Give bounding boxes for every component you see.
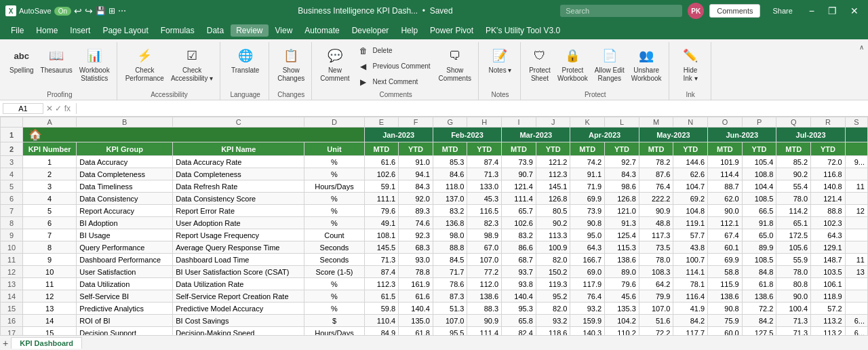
menu-formulas[interactable]: Formulas bbox=[155, 24, 200, 37]
r3-d3[interactable]: 87.4 bbox=[467, 156, 502, 168]
cell-reference-input[interactable] bbox=[3, 103, 43, 114]
notes-button[interactable]: 📝 Notes ▾ bbox=[486, 43, 515, 76]
ribbon-expand-button[interactable]: ∧ bbox=[858, 42, 865, 100]
r3-d10[interactable]: 101.9 bbox=[708, 156, 743, 168]
protect-workbook-button[interactable]: 🔒 ProtectWorkbook bbox=[555, 43, 591, 84]
thesaurus-button[interactable]: 📖 Thesaurus bbox=[38, 43, 75, 76]
ribbon-group-changes: 📋 ShowChanges Changes bbox=[271, 42, 312, 100]
menu-page-layout[interactable]: Page Layout bbox=[97, 24, 153, 37]
menu-home[interactable]: Home bbox=[31, 24, 63, 37]
row-4-num: 4 bbox=[1, 168, 23, 180]
row-8: 8 6 BI Adoption User Adoption Rate % 49.… bbox=[1, 217, 868, 229]
toolbar-more[interactable]: ⋯ bbox=[118, 6, 126, 16]
show-comments-button[interactable]: 🗨 ShowComments bbox=[436, 43, 474, 84]
menu-review[interactable]: Review bbox=[231, 24, 268, 37]
formula-bar: ✕ ✓ fx bbox=[0, 100, 868, 117]
workbook-statistics-icon: 📊 bbox=[83, 45, 105, 66]
minimize-button[interactable]: − bbox=[805, 4, 818, 18]
delete-comment-button[interactable]: 🗑 Delete bbox=[354, 43, 435, 58]
r3-d13[interactable]: 72.0 bbox=[811, 156, 846, 168]
allow-edit-ranges-button[interactable]: 📄 Allow EditRanges bbox=[592, 43, 627, 84]
r3-d9[interactable]: 144.6 bbox=[673, 156, 708, 168]
col-may-mtd: MTD bbox=[639, 142, 673, 156]
month-apr: Apr-2023 bbox=[570, 128, 639, 142]
menu-insert[interactable]: Insert bbox=[64, 24, 96, 37]
r3-d1[interactable]: 91.0 bbox=[399, 156, 433, 168]
next-comment-button[interactable]: ▶ Next Comment bbox=[354, 75, 435, 90]
sheet-tab-kpi[interactable]: KPI Dashboard bbox=[11, 337, 82, 349]
toolbar-table[interactable]: ⊞ bbox=[108, 6, 115, 16]
r3-d6[interactable]: 74.2 bbox=[570, 156, 605, 168]
autosave-toggle[interactable]: On bbox=[54, 7, 71, 16]
r3-d14[interactable]: 9... bbox=[845, 156, 867, 168]
r3-kpi-group[interactable]: Data Accuracy bbox=[77, 156, 173, 168]
row-6: 6 4 Data Consistency Data Consistency Sc… bbox=[1, 193, 868, 205]
r3-d8[interactable]: 78.2 bbox=[639, 156, 673, 168]
r3-d11[interactable]: 105.4 bbox=[742, 156, 776, 168]
r4-kpi-group[interactable]: Data Completeness bbox=[77, 168, 173, 180]
toolbar-undo[interactable]: ↩ bbox=[74, 5, 82, 16]
add-sheet-button[interactable]: + bbox=[3, 338, 8, 349]
comment-small-btns: 🗑 Delete ◀ Previous Comment ▶ Next Comme… bbox=[354, 43, 435, 90]
r3-d2[interactable]: 85.3 bbox=[433, 156, 467, 168]
profile-avatar[interactable]: PK bbox=[688, 3, 704, 19]
menu-developer[interactable]: Developer bbox=[347, 24, 395, 37]
menu-view[interactable]: View bbox=[270, 24, 298, 37]
menu-automate[interactable]: Automate bbox=[299, 24, 344, 37]
col-H-header: H bbox=[467, 117, 502, 128]
home-icon: 🏠 bbox=[28, 129, 42, 140]
row-16: 16 14 ROI of BI BI Cost Savings $ 110.41… bbox=[1, 315, 868, 327]
r3-d0[interactable]: 61.6 bbox=[364, 156, 399, 168]
unshare-workbook-button[interactable]: 👥 UnshareWorkbook bbox=[629, 43, 665, 84]
check-performance-button[interactable]: ⚡ CheckPerformance bbox=[123, 43, 167, 84]
workbook-statistics-label: WorkbookStatistics bbox=[79, 66, 110, 83]
thesaurus-icon: 📖 bbox=[45, 45, 67, 66]
toolbar-save[interactable]: 💾 bbox=[96, 6, 106, 16]
ink-buttons: ✏️ HideInk ▾ bbox=[677, 43, 704, 91]
spreadsheet-scroll[interactable]: A B C D E F G H I J K L M N O bbox=[0, 117, 868, 335]
col-apr-mtd: MTD bbox=[570, 142, 605, 156]
restore-button[interactable]: ❐ bbox=[824, 4, 841, 18]
col-jan-ytd: YTD bbox=[399, 142, 433, 156]
spelling-icon: abc bbox=[11, 45, 33, 66]
close-button[interactable]: ✕ bbox=[846, 4, 863, 18]
show-changes-button[interactable]: 📋 ShowChanges bbox=[275, 43, 307, 84]
check-accessibility-button[interactable]: ☑ CheckAccessibility ▾ bbox=[168, 43, 216, 84]
workbook-statistics-button[interactable]: 📊 WorkbookStatistics bbox=[77, 43, 113, 84]
share-button[interactable]: Share bbox=[766, 5, 799, 17]
r3-d12[interactable]: 85.2 bbox=[776, 156, 811, 168]
toolbar-redo[interactable]: ↪ bbox=[85, 5, 93, 16]
ribbon-group-ink: ✏️ HideInk ▾ Ink bbox=[671, 42, 711, 100]
notes-label: Notes ▾ bbox=[489, 66, 512, 75]
r3-unit[interactable]: % bbox=[304, 156, 364, 168]
r4-unit[interactable]: % bbox=[304, 168, 364, 180]
unshare-workbook-label: UnshareWorkbook bbox=[631, 66, 662, 83]
menu-file[interactable]: File bbox=[5, 24, 29, 37]
search-input[interactable] bbox=[560, 5, 682, 17]
menu-pk-utility[interactable]: PK's Utility Tool V3.0 bbox=[480, 24, 566, 37]
menu-help[interactable]: Help bbox=[395, 24, 423, 37]
r4-kpi-name[interactable]: Data Completeness bbox=[173, 168, 304, 180]
r3-kpi-name[interactable]: Data Accuracy Rate bbox=[173, 156, 304, 168]
protect-buttons: 🛡 ProtectSheet 🔒 ProtectWorkbook 📄 Allow… bbox=[526, 43, 665, 91]
language-group-label: Language bbox=[230, 91, 260, 100]
hide-ink-button[interactable]: ✏️ HideInk ▾ bbox=[677, 43, 704, 84]
new-comment-button[interactable]: 💬 NewComment bbox=[317, 43, 352, 84]
protect-sheet-button[interactable]: 🛡 ProtectSheet bbox=[526, 43, 553, 84]
menu-power-pivot[interactable]: Power Pivot bbox=[425, 24, 479, 37]
comments-button[interactable]: Comments bbox=[709, 4, 760, 18]
month-partial bbox=[845, 128, 867, 142]
row-1-num: 1 bbox=[1, 128, 23, 142]
r3-kpi-num[interactable]: 1 bbox=[23, 156, 77, 168]
r3-d4[interactable]: 73.9 bbox=[502, 156, 536, 168]
previous-comment-button[interactable]: ◀ Previous Comment bbox=[354, 59, 435, 74]
spelling-button[interactable]: abc Spelling bbox=[7, 43, 37, 76]
r4-kpi-num[interactable]: 2 bbox=[23, 168, 77, 180]
col-N-header: N bbox=[673, 117, 708, 128]
translate-button[interactable]: 🌐 Translate bbox=[229, 43, 262, 76]
r3-d5[interactable]: 121.2 bbox=[536, 156, 570, 168]
changes-buttons: 📋 ShowChanges bbox=[275, 43, 307, 91]
menu-data[interactable]: Data bbox=[201, 24, 229, 37]
r3-d7[interactable]: 92.7 bbox=[605, 156, 639, 168]
formula-input[interactable] bbox=[82, 104, 865, 113]
